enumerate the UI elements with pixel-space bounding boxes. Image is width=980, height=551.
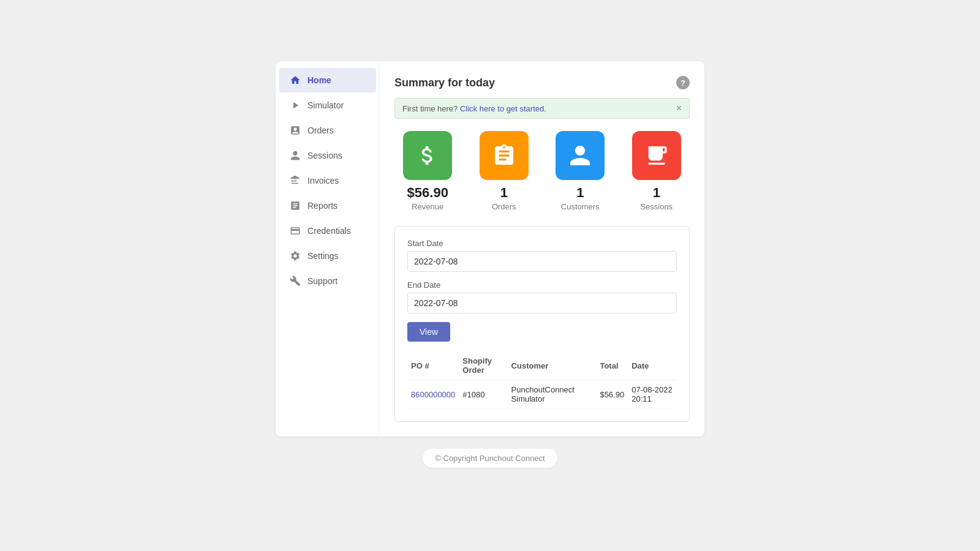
orders-label: Orders — [492, 202, 516, 211]
sidebar-item-home[interactable]: Home — [279, 68, 376, 92]
orders-table: PO # Shopify Order Customer Total Date 8… — [407, 351, 677, 409]
revenue-label: Revenue — [412, 202, 443, 211]
cell-po[interactable]: 8600000000 — [407, 380, 459, 409]
col-po: PO # — [407, 351, 459, 380]
sidebar-item-credentials[interactable]: Credentials — [279, 219, 376, 243]
date-filter-section: Start Date End Date View PO # Shopif — [394, 226, 690, 422]
start-date-group: Start Date — [407, 239, 677, 272]
footer-text: © Copyright Punchout Connect — [435, 454, 545, 463]
revenue-icon — [403, 131, 452, 180]
stats-row: $56.90 Revenue 1 Orders — [394, 131, 690, 211]
reports-icon — [289, 200, 301, 212]
sessions-value: 1 — [653, 185, 660, 201]
col-total: Total — [596, 351, 628, 380]
sidebar-item-reports[interactable]: Reports — [279, 193, 376, 218]
help-button[interactable]: ? — [676, 76, 690, 89]
home-icon — [289, 74, 301, 86]
customers-stat-icon — [556, 131, 605, 180]
sidebar-item-support[interactable]: Support — [279, 269, 376, 293]
sidebar-item-settings[interactable]: Settings — [279, 244, 376, 268]
invoices-icon — [289, 174, 301, 187]
stat-customers: 1 Customers — [547, 131, 614, 211]
footer-inner: © Copyright Punchout Connect — [423, 449, 557, 468]
sidebar-item-support-label: Support — [307, 276, 337, 286]
cell-shopify-order: #1080 — [459, 380, 507, 409]
page-header: Summary for today ? — [394, 76, 690, 89]
stat-revenue: $56.90 Revenue — [394, 131, 461, 211]
sidebar-item-home-label: Home — [307, 75, 331, 85]
banner-link[interactable]: Click here to get started. — [460, 104, 546, 113]
orders-stat-icon — [480, 131, 529, 180]
sidebar-item-credentials-label: Credentials — [307, 226, 351, 236]
credentials-icon — [289, 225, 301, 237]
end-date-label: End Date — [407, 280, 677, 290]
sidebar-item-simulator[interactable]: Simulator — [279, 93, 376, 118]
main-panel: Summary for today ? First time here? Cli… — [380, 61, 704, 437]
start-date-input[interactable] — [407, 251, 677, 272]
stat-orders: 1 Orders — [471, 131, 538, 211]
sessions-stat-icon — [632, 131, 681, 180]
sidebar-item-orders[interactable]: Orders — [279, 118, 376, 143]
customers-value: 1 — [576, 185, 584, 201]
sidebar-item-invoices-label: Invoices — [307, 176, 339, 186]
view-button[interactable]: View — [407, 322, 450, 342]
cell-total: $56.90 — [596, 380, 628, 409]
sessions-label: Sessions — [640, 202, 673, 211]
end-date-group: End Date — [407, 280, 677, 313]
table-row: 8600000000 #1080 PunchoutConnect Simulat… — [407, 380, 677, 409]
banner-close-button[interactable]: × — [676, 103, 682, 113]
sidebar-item-reports-label: Reports — [307, 201, 337, 211]
settings-icon — [289, 250, 301, 262]
stat-sessions: 1 Sessions — [624, 131, 690, 211]
sidebar: Home Simulator Orders — [276, 61, 380, 437]
support-icon — [289, 275, 301, 287]
sessions-icon — [289, 149, 301, 162]
start-date-label: Start Date — [407, 239, 677, 248]
customers-label: Customers — [561, 202, 600, 211]
orders-value: 1 — [500, 185, 508, 201]
cell-date: 07-08-2022 20:11 — [628, 380, 677, 409]
col-date: Date — [628, 351, 677, 380]
simulator-icon — [289, 99, 301, 111]
col-shopify-order: Shopify Order — [459, 351, 507, 380]
col-customer: Customer — [508, 351, 597, 380]
page-title: Summary for today — [394, 77, 495, 89]
footer: © Copyright Punchout Connect — [423, 449, 557, 468]
revenue-value: $56.90 — [407, 185, 448, 201]
getting-started-banner: First time here? Click here to get start… — [394, 98, 690, 119]
end-date-input[interactable] — [407, 293, 677, 313]
sidebar-item-sessions-label: Sessions — [307, 151, 342, 160]
sidebar-item-orders-label: Orders — [307, 126, 334, 135]
orders-icon — [289, 124, 301, 137]
sidebar-item-simulator-label: Simulator — [307, 100, 344, 110]
sidebar-item-invoices[interactable]: Invoices — [279, 168, 376, 193]
cell-customer: PunchoutConnect Simulator — [508, 380, 597, 409]
sidebar-item-sessions[interactable]: Sessions — [279, 143, 376, 168]
banner-text: First time here? Click here to get start… — [402, 104, 546, 113]
sidebar-item-settings-label: Settings — [307, 251, 339, 261]
